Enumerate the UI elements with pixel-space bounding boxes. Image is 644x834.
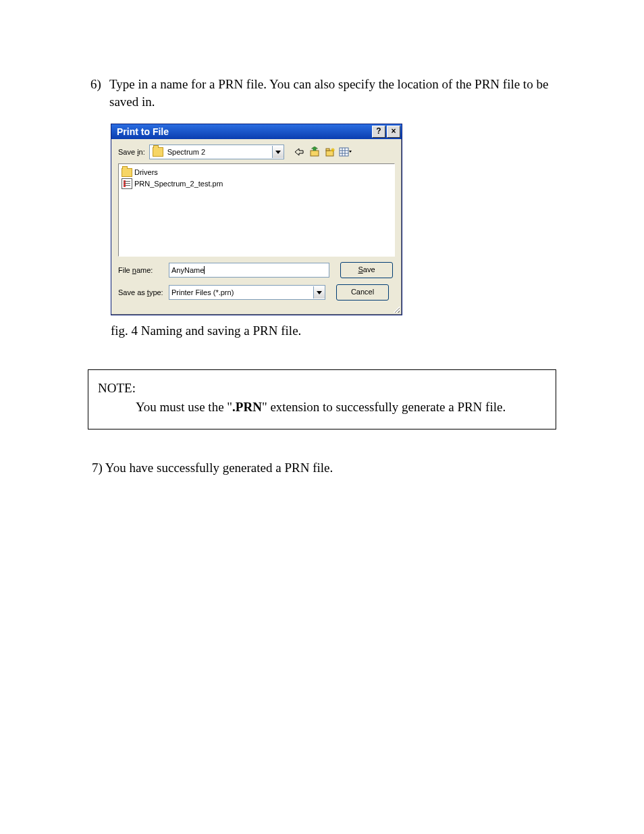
save-button[interactable]: Save: [340, 262, 393, 278]
list-item[interactable]: PRN_Spectrum_2_test.prn: [122, 178, 392, 189]
file-list[interactable]: Drivers PRN_Spectrum_2_test.prn: [118, 163, 395, 257]
save-in-combo[interactable]: Spectrum 2: [149, 145, 284, 159]
step-6-number: 6): [90, 76, 101, 93]
svg-rect-7: [340, 148, 348, 156]
back-icon[interactable]: [292, 145, 306, 159]
chevron-down-icon[interactable]: [272, 146, 284, 158]
file-name-label: File name:: [118, 265, 169, 276]
file-name-input[interactable]: AnyName: [169, 263, 329, 278]
save-as-type-label: Save as type:: [118, 288, 169, 298]
help-button[interactable]: ?: [372, 126, 385, 138]
step-6: 6) Type in a name for a PRN file. You ca…: [109, 76, 556, 110]
folder-icon: [122, 168, 132, 177]
svg-rect-0: [311, 151, 319, 156]
note-body: You must use the ".PRN" extension to suc…: [136, 398, 546, 416]
svg-rect-1: [326, 151, 333, 156]
folder-open-icon: [153, 147, 163, 157]
save-in-value: Spectrum 2: [166, 147, 272, 157]
folder-name: Drivers: [134, 167, 158, 178]
new-folder-icon[interactable]: [323, 145, 337, 159]
save-as-type-select[interactable]: Printer Files (*.prn): [169, 285, 325, 300]
print-to-file-dialog: Print to File ? × Save in: Spectrum 2: [111, 124, 402, 315]
views-icon[interactable]: [339, 145, 352, 159]
note-title: NOTE:: [98, 380, 546, 397]
figure-caption: fig. 4 Naming and saving a PRN file.: [111, 322, 556, 340]
list-item[interactable]: Drivers: [122, 167, 392, 178]
dialog-titlebar[interactable]: Print to File ? ×: [111, 124, 402, 139]
file-name: PRN_Spectrum_2_test.prn: [134, 179, 223, 189]
prn-file-icon: [122, 178, 132, 189]
close-button[interactable]: ×: [387, 126, 400, 138]
note-box: NOTE: You must use the ".PRN" extension …: [88, 369, 556, 429]
save-as-type-value: Printer Files (*.prn): [169, 288, 313, 298]
dialog-toolbar: Save in: Spectrum 2: [111, 139, 402, 163]
dialog-title: Print to File: [117, 124, 169, 139]
up-one-level-icon[interactable]: [308, 145, 321, 159]
step-7-text: 7) You have successfully generated a PRN…: [92, 459, 556, 477]
step-6-text: Type in a name for a PRN file. You can a…: [109, 76, 556, 110]
save-in-label: Save in:: [118, 147, 145, 157]
cancel-button[interactable]: Cancel: [336, 284, 389, 301]
chevron-down-icon[interactable]: [313, 286, 325, 298]
svg-rect-2: [326, 149, 329, 151]
resize-grip-icon[interactable]: [391, 304, 400, 313]
